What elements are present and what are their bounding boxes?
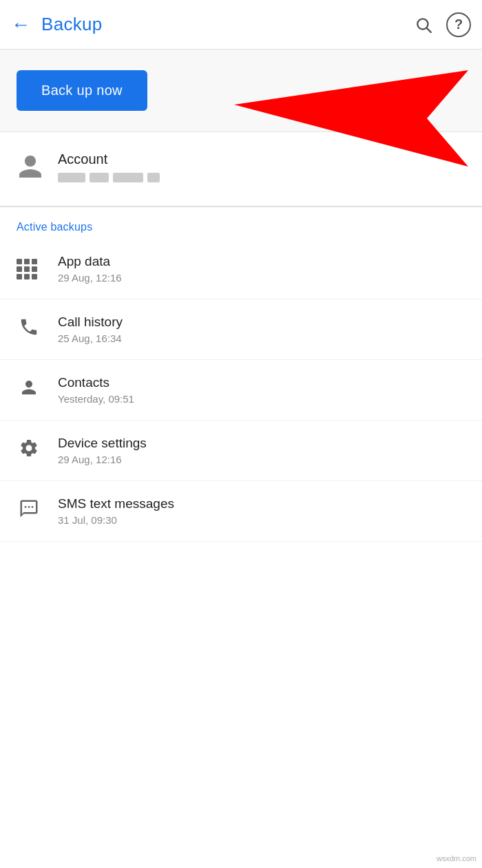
contacts-date: Yesterday, 09:51 [58,393,465,405]
svg-line-3 [234,105,468,118]
watermark: wsxdm.com [437,854,476,862]
search-icon[interactable] [415,16,432,34]
device-settings-date: 29 Aug, 12:16 [58,454,465,465]
list-item[interactable]: SMS text messages 31 Jul, 09:30 [0,481,482,542]
active-backups-label: Active backups [17,221,465,233]
backup-now-button[interactable]: Back up now [17,70,147,111]
redact-4 [147,173,160,182]
account-icon [17,153,44,187]
help-icon[interactable]: ? [446,12,471,37]
account-section: Account [0,132,482,207]
back-button[interactable]: ← [11,15,30,34]
header-icons: ? [415,12,471,37]
list-item[interactable]: Contacts Yesterday, 09:51 [0,360,482,421]
app-data-info: App data 29 Aug, 12:16 [58,254,465,284]
sms-title: SMS text messages [58,496,465,511]
page-title: Backup [41,14,415,35]
header: ← Backup ? [0,0,482,50]
svg-line-1 [427,28,431,32]
backup-list: App data 29 Aug, 12:16 Call history 25 A… [0,239,482,542]
account-label: Account [58,151,465,167]
contacts-info: Contacts Yesterday, 09:51 [58,375,465,405]
app-data-icon [17,259,41,279]
list-item[interactable]: Call history 25 Aug, 16:34 [0,299,482,360]
call-history-info: Call history 25 Aug, 16:34 [58,315,465,344]
redact-1 [58,173,85,182]
device-settings-icon [17,438,41,463]
device-settings-info: Device settings 29 Aug, 12:16 [58,436,465,465]
sms-info: SMS text messages 31 Jul, 09:30 [58,496,465,526]
account-info: Account [58,151,465,182]
sms-icon [17,498,41,524]
top-section: Back up now [0,50,482,132]
sms-date: 31 Jul, 09:30 [58,514,465,526]
app-data-date: 29 Aug, 12:16 [58,272,465,284]
device-settings-title: Device settings [58,436,465,451]
account-redacted-email [58,173,465,182]
call-history-title: Call history [58,315,465,330]
list-item[interactable]: Device settings 29 Aug, 12:16 [0,421,482,481]
redact-2 [90,173,109,182]
call-history-icon [17,317,41,342]
active-backups-section: Active backups [0,207,482,233]
call-history-date: 25 Aug, 16:34 [58,332,465,344]
contacts-title: Contacts [58,375,465,390]
redact-3 [113,173,143,182]
contacts-icon [17,377,41,403]
app-data-title: App data [58,254,465,269]
list-item[interactable]: App data 29 Aug, 12:16 [0,239,482,299]
